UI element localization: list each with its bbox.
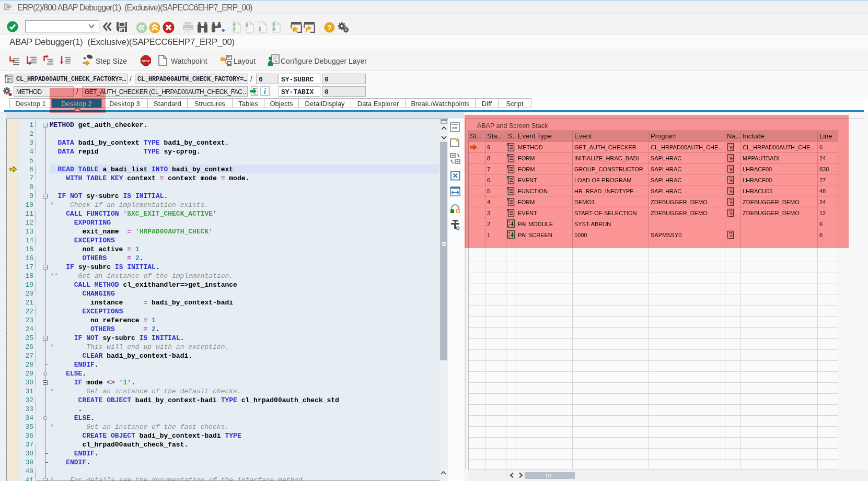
svg-text:?: ?	[327, 24, 332, 32]
svg-text:i: i	[264, 87, 267, 96]
svg-text:STOP: STOP	[142, 60, 150, 63]
